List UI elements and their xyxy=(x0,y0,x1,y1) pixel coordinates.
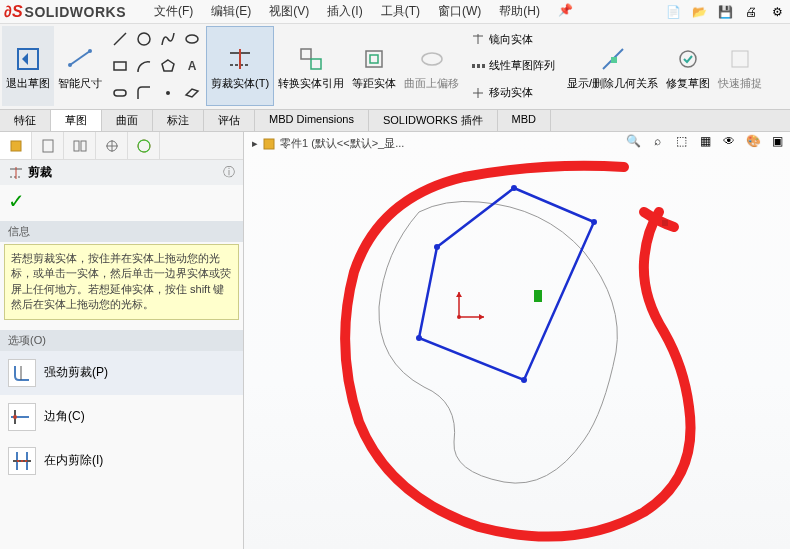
vertex[interactable] xyxy=(521,377,527,383)
trim-button[interactable]: 剪裁实体(T) xyxy=(206,26,274,106)
arc-tool[interactable] xyxy=(134,56,154,76)
pm-option-label: 在内剪除(I) xyxy=(44,452,103,469)
pm-help-icon[interactable]: ⓘ xyxy=(223,164,235,181)
relations-icon xyxy=(597,43,629,75)
feature-tree-crumb[interactable]: ▸ 零件1 (默认<<默认>_显... xyxy=(252,136,404,151)
sketch-canvas[interactable] xyxy=(244,152,790,549)
menu-tools[interactable]: 工具(T) xyxy=(373,1,428,22)
svg-rect-26 xyxy=(43,140,53,152)
pm-option-label: 边角(C) xyxy=(44,408,85,425)
repair-button[interactable]: 修复草图 xyxy=(662,26,714,106)
zoom-fit-icon[interactable]: 🔍 xyxy=(624,132,642,150)
menu-view[interactable]: 视图(V) xyxy=(261,1,317,22)
save-icon[interactable]: 💾 xyxy=(716,3,734,21)
polygon-tool[interactable] xyxy=(158,56,178,76)
power-trim-icon xyxy=(8,359,36,387)
rectangle-tool[interactable] xyxy=(110,56,130,76)
plane-tool[interactable] xyxy=(182,83,202,103)
pm-options-header[interactable]: 选项(O) xyxy=(0,330,243,351)
pm-accept-button[interactable]: ✓ xyxy=(0,185,243,217)
silhouette-curve xyxy=(379,201,617,483)
pm-tab-property[interactable] xyxy=(32,132,64,159)
vertex[interactable] xyxy=(591,219,597,225)
dangling-point[interactable] xyxy=(662,220,668,226)
new-icon[interactable]: 📄 xyxy=(664,3,682,21)
text-tool[interactable]: A xyxy=(182,56,202,76)
ribbon: 退出草图 智能尺寸 A 剪裁实体(T) 转换实体引用 xyxy=(0,24,790,110)
menu-insert[interactable]: 插入(I) xyxy=(319,1,370,22)
circle-tool[interactable] xyxy=(134,29,154,49)
smart-dimension-button[interactable]: 智能尺寸 xyxy=(54,26,106,106)
slot-tool[interactable] xyxy=(110,83,130,103)
fillet-tool[interactable] xyxy=(134,83,154,103)
svg-rect-6 xyxy=(114,62,126,70)
view-orient-icon[interactable]: ⬚ xyxy=(672,132,690,150)
svg-rect-8 xyxy=(114,90,126,96)
pm-tab-dimxpert[interactable] xyxy=(96,132,128,159)
pattern-column: 镜向实体 线性草图阵列 移动实体 xyxy=(463,26,563,106)
quick-access-toolbar: 📄 📂 💾 🖨 ⚙ xyxy=(664,3,786,21)
app-logo: ∂S SOLIDWORKS xyxy=(4,3,126,21)
svg-rect-13 xyxy=(301,49,311,59)
menu-items: 文件(F) 编辑(E) 视图(V) 插入(I) 工具(T) 窗口(W) 帮助(H… xyxy=(146,1,581,22)
exit-sketch-button[interactable]: 退出草图 xyxy=(2,26,54,106)
vertex[interactable] xyxy=(416,335,422,341)
ellipse-tool[interactable] xyxy=(182,29,202,49)
vertex[interactable] xyxy=(434,244,440,250)
tab-mbd[interactable]: MBD xyxy=(498,110,551,131)
menu-help[interactable]: 帮助(H) xyxy=(491,1,548,22)
sketch-polygon[interactable] xyxy=(419,188,594,380)
vertex[interactable] xyxy=(511,185,517,191)
pin-icon[interactable]: 📌 xyxy=(550,1,581,22)
menu-window[interactable]: 窗口(W) xyxy=(430,1,489,22)
linear-pattern-button[interactable]: 线性草图阵列 xyxy=(467,56,559,75)
appearance-icon[interactable]: 🎨 xyxy=(744,132,762,150)
menu-file[interactable]: 文件(F) xyxy=(146,1,201,22)
zoom-area-icon[interactable]: ⌕ xyxy=(648,132,666,150)
tree-expand-icon[interactable]: ▸ xyxy=(252,137,258,150)
pm-info-header[interactable]: 信息 xyxy=(0,221,243,242)
point-tool[interactable] xyxy=(158,83,178,103)
move-button[interactable]: 移动实体 xyxy=(467,83,559,102)
relation-badge[interactable] xyxy=(534,290,542,302)
display-style-icon[interactable]: ▦ xyxy=(696,132,714,150)
line-tool[interactable] xyxy=(110,29,130,49)
menu-edit[interactable]: 编辑(E) xyxy=(203,1,259,22)
svg-rect-22 xyxy=(611,57,617,63)
mirror-button[interactable]: 镜向实体 xyxy=(467,30,559,49)
svg-marker-49 xyxy=(456,292,462,297)
tab-sketch[interactable]: 草图 xyxy=(51,110,102,131)
corner-icon xyxy=(8,403,36,431)
pm-tab-strip xyxy=(0,132,243,160)
pm-tab-feature[interactable] xyxy=(0,132,32,159)
convert-button[interactable]: 转换实体引用 xyxy=(274,26,348,106)
scene-icon[interactable]: ▣ xyxy=(768,132,786,150)
relations-button[interactable]: 显示/删除几何关系 xyxy=(563,26,662,106)
property-manager: 剪裁 ⓘ ✓ 信息 若想剪裁实体，按住并在实体上拖动您的光标，或单击一实体，然后… xyxy=(0,132,244,549)
pm-option-power-trim[interactable]: 强劲剪裁(P) xyxy=(0,351,243,395)
tab-annotate[interactable]: 标注 xyxy=(153,110,204,131)
svg-point-40 xyxy=(13,415,17,419)
tab-evaluate[interactable]: 评估 xyxy=(204,110,255,131)
print-icon[interactable]: 🖨 xyxy=(742,3,760,21)
tab-mbd-dimensions[interactable]: MBD Dimensions xyxy=(255,110,369,131)
exit-sketch-icon xyxy=(12,43,44,75)
tab-surface[interactable]: 曲面 xyxy=(102,110,153,131)
settings-icon[interactable]: ⚙ xyxy=(768,3,786,21)
hide-show-icon[interactable]: 👁 xyxy=(720,132,738,150)
tab-solidworks-addins[interactable]: SOLIDWORKS 插件 xyxy=(369,110,498,131)
pm-tab-config[interactable] xyxy=(64,132,96,159)
offset-button[interactable]: 等距实体 xyxy=(348,26,400,106)
tab-features[interactable]: 特征 xyxy=(0,110,51,131)
open-icon[interactable]: 📂 xyxy=(690,3,708,21)
svg-point-33 xyxy=(136,138,152,154)
part-name: 零件1 (默认<<默认>_显... xyxy=(280,136,404,151)
graphics-area[interactable]: ▸ 零件1 (默认<<默认>_显... 🔍 ⌕ ⬚ ▦ 👁 🎨 ▣ xyxy=(244,132,790,549)
pm-tab-appearance[interactable] xyxy=(128,132,160,159)
convert-icon xyxy=(295,43,327,75)
quick-snap-button[interactable]: 快速捕捉 xyxy=(714,26,766,106)
pm-option-corner[interactable]: 边角(C) xyxy=(0,395,243,439)
pm-option-trim-inside[interactable]: 在内剪除(I) xyxy=(0,439,243,483)
offset-surface-button[interactable]: 曲面上偏移 xyxy=(400,26,463,106)
spline-tool[interactable] xyxy=(158,29,178,49)
